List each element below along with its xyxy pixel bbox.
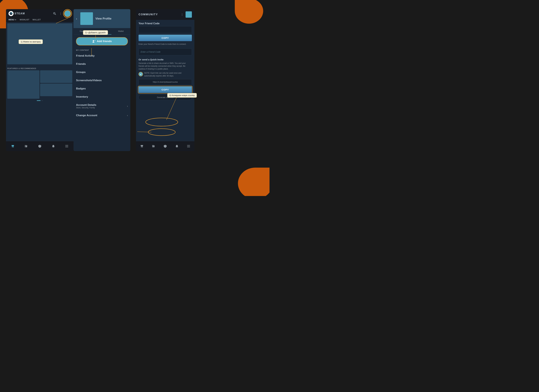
nav-wallet[interactable]: WALLET (33, 19, 41, 21)
left-panel: STEAM ⋮ MENU ▼ WISHLIST WALLET 1) Жмем н… (6, 9, 73, 151)
bottom-nav-achievements[interactable] (37, 143, 43, 149)
right-bottom-store[interactable] (139, 143, 145, 149)
gift-decoration-tr (235, 0, 263, 24)
svg-point-17 (142, 147, 143, 148)
note-section: NOTE: Each link can only be used once an… (136, 72, 194, 79)
svg-point-2 (53, 12, 55, 14)
bell-icon (51, 144, 55, 148)
link-display: https://s.team/p/ваша/ссылка (139, 79, 192, 85)
steam-icon (9, 11, 14, 16)
friend-code-title: Your Friend Code (136, 20, 194, 26)
featured-label: FEATURED & RECOMMENDED (6, 66, 73, 70)
hamburger-icon (65, 144, 69, 148)
right-bottom-menu[interactable] (185, 143, 192, 149)
annotation-1: 1) Жмем на аватарку (19, 39, 43, 44)
svg-point-16 (141, 147, 142, 148)
svg-line-3 (55, 14, 56, 15)
nav-menu[interactable]: MENU ▼ (9, 19, 17, 21)
more-options-button[interactable]: ⋮ (59, 11, 63, 16)
friend-code-display (139, 26, 192, 33)
avatar-button[interactable] (64, 10, 71, 17)
community-more-button[interactable]: ⋮ (180, 12, 184, 17)
right-panel: COMMUNITY ⋮ Your Friend Code COPY Enter … (136, 9, 194, 151)
svg-point-1 (10, 13, 11, 14)
store-icon (11, 144, 15, 148)
menu-item-inventory[interactable]: Inventory (73, 93, 130, 101)
right-bottom-shield[interactable] (162, 143, 168, 149)
checkmark-icon (139, 72, 143, 76)
svg-rect-6 (25, 145, 26, 147)
library-icon (24, 144, 28, 148)
bottom-nav-notifications[interactable] (50, 143, 57, 149)
store-icon-right (140, 144, 144, 148)
bottom-nav-right (136, 141, 194, 151)
profile-avatar (80, 12, 93, 25)
library-icon-right (152, 144, 155, 148)
view-profile-button[interactable]: View Profile (96, 17, 111, 20)
shield-icon-right (163, 144, 167, 148)
svg-point-4 (12, 147, 13, 148)
back-button[interactable]: ‹ (76, 17, 77, 20)
annotation-4: 4) Копируем новую ссылку (167, 93, 197, 98)
copy-button-2[interactable]: COPY (139, 86, 192, 93)
my-content-label: MY CONTENT (73, 48, 130, 52)
steam-logo: STEAM (9, 11, 25, 16)
featured-item-1[interactable] (7, 70, 39, 99)
friend-code-input[interactable]: Enter a Friend Code (139, 48, 192, 55)
profile-header: ‹ View Profile (73, 9, 130, 28)
quick-invite-title: Or send a Quick Invite (136, 57, 194, 62)
tab-wallet[interactable]: Wallet (111, 28, 130, 34)
bottom-nav-store[interactable] (10, 143, 16, 149)
featured-grid (7, 70, 72, 99)
svg-point-13 (93, 40, 94, 42)
note-text: NOTE: Each link can only be used once an… (144, 72, 192, 77)
menu-item-badges[interactable]: Badges (73, 85, 130, 93)
bottom-nav-library[interactable] (23, 143, 29, 149)
bottom-nav-menu[interactable] (64, 143, 70, 149)
middle-panel: ‹ View Profile Games Friends Wallet 2) «… (73, 9, 130, 151)
annotation-2: 2) «Добавить друзей» (83, 30, 108, 35)
copy-button-1[interactable]: COPY (139, 35, 192, 41)
menu-item-groups[interactable]: Groups (73, 68, 130, 76)
right-bottom-library[interactable] (150, 143, 157, 149)
menu-item-friend-activity[interactable]: Friend Activity (73, 52, 130, 60)
hamburger-icon-right (187, 144, 190, 148)
steam-header: STEAM ⋮ (6, 9, 73, 18)
steam-label: STEAM (14, 12, 25, 15)
carousel-dots (6, 99, 73, 103)
svg-point-5 (13, 147, 14, 148)
add-friends-button[interactable]: Add friends (76, 37, 128, 45)
menu-item-account-details[interactable]: Account Details Store, Security, Family … (73, 101, 130, 111)
svg-rect-18 (152, 145, 153, 147)
bell-icon-right (175, 144, 179, 148)
helper-text-1: Enter your friend's Friend Code to invit… (136, 43, 194, 47)
arrow-icon: › (127, 105, 128, 107)
right-bottom-bell[interactable] (174, 143, 180, 149)
nav-bar: MENU ▼ WISHLIST WALLET (6, 18, 73, 22)
menu-list: Friend Activity Friends Groups Screensho… (73, 52, 130, 119)
quick-invite-text: Generate a link to share via email or SM… (136, 62, 194, 72)
search-button[interactable] (52, 11, 57, 16)
add-friends-label: Add friends (97, 40, 112, 43)
add-friends-section: 2) «Добавить друзей» Add friends (73, 37, 130, 45)
community-title: COMMUNITY (139, 13, 158, 16)
featured-item-2[interactable] (40, 70, 72, 83)
featured-item-3[interactable] (40, 84, 72, 96)
community-avatar (186, 11, 192, 18)
menu-item-screenshots[interactable]: Screenshots/Videos (73, 76, 130, 85)
gift-decoration-br (238, 168, 270, 196)
bottom-nav-left (6, 141, 73, 151)
menu-item-friends[interactable]: Friends (73, 60, 130, 68)
community-header-right: ⋮ (180, 11, 192, 18)
menu-item-change-account[interactable]: Change Account › (73, 111, 130, 119)
arrow-icon-2: › (127, 114, 128, 117)
nav-wishlist[interactable]: WISHLIST (20, 19, 29, 21)
shield-icon (38, 144, 42, 148)
community-header: COMMUNITY ⋮ (136, 9, 194, 20)
